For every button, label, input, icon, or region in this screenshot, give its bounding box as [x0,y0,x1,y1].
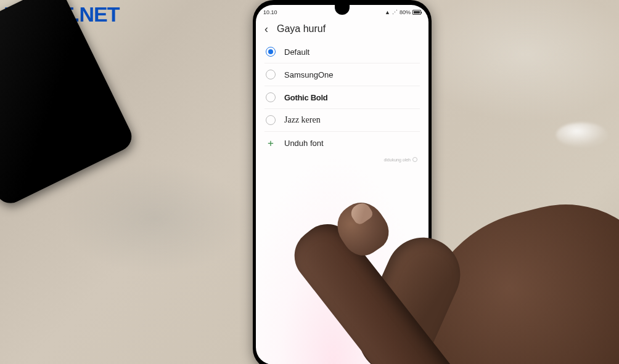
radio-icon [266,70,276,79]
font-option-samsungone[interactable]: SamsungOne [264,63,420,86]
font-label: SamsungOne [284,70,334,79]
font-label: Jazz keren [284,115,321,125]
back-icon[interactable]: ‹ [264,23,268,34]
wifi-icon: ⋰ [392,9,398,15]
support-logo-icon [412,157,417,162]
status-time: 10.10 [263,9,277,15]
font-option-gothic-bold[interactable]: Gothic Bold [264,86,420,109]
settings-header: ‹ Gaya huruf [256,18,428,41]
font-list: Default SamsungOne Gothic Bold Jazz kere… [256,41,428,155]
radio-icon [266,115,276,125]
radio-icon [266,47,276,57]
battery-text: 80% [400,9,411,15]
font-label: Default [284,47,310,57]
radio-icon [266,92,276,102]
download-font-row[interactable]: + Unduh font [264,132,420,155]
phone-frame: 10.10 ▲ ⋰ 80% ‹ Gaya huruf Default Samsu… [253,0,432,364]
support-label: didukung oleh [383,158,411,162]
page-title: Gaya huruf [277,23,326,34]
battery-icon [412,10,421,15]
font-option-default[interactable]: Default [264,41,420,63]
phone-screen: 10.10 ▲ ⋰ 80% ‹ Gaya huruf Default Samsu… [256,5,428,364]
plus-icon: + [266,138,276,148]
supported-by-tag: didukung oleh [256,155,428,162]
font-option-jazz-keren[interactable]: Jazz keren [264,109,420,132]
download-label: Unduh font [284,139,324,148]
signal-icon: ▲ [385,9,390,15]
screen-reflection [256,156,428,364]
font-label: Gothic Bold [284,93,327,102]
